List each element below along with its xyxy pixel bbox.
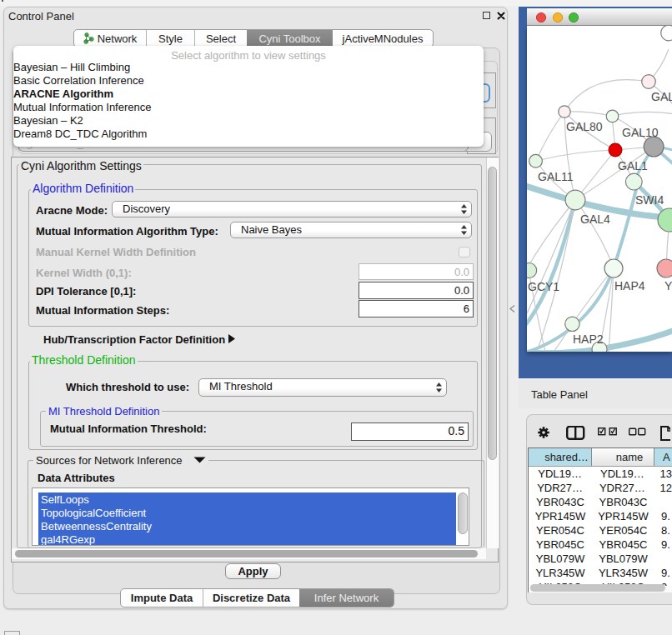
- svg-text:HAP2: HAP2: [573, 332, 604, 346]
- svg-text:GAL1: GAL1: [618, 159, 648, 172]
- svg-text:GAL80: GAL80: [566, 120, 603, 133]
- svg-text:SWI4: SWI4: [635, 193, 664, 207]
- svg-text:GAL10: GAL10: [622, 126, 659, 139]
- svg-text:GAL11: GAL11: [538, 170, 574, 183]
- svg-text:GAL2: GAL2: [651, 90, 672, 103]
- svg-text:GAL4: GAL4: [580, 212, 610, 226]
- svg-text:HAP4: HAP4: [614, 279, 645, 292]
- svg-text:Y: Y: [664, 279, 672, 292]
- svg-text:GCY1: GCY1: [528, 280, 559, 293]
